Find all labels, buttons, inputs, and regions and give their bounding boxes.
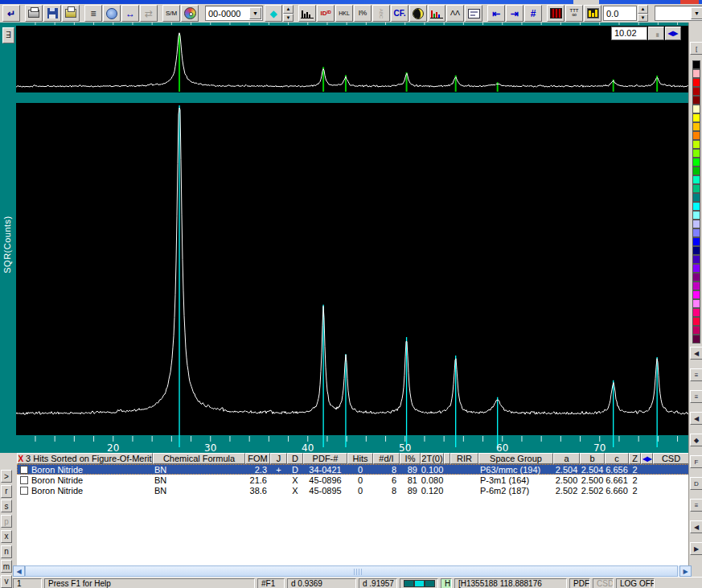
- palette-color-swatch[interactable]: [692, 273, 700, 282]
- palette-color-swatch[interactable]: [692, 167, 700, 175]
- grid-hash-button[interactable]: #: [524, 5, 542, 22]
- pan-range-button[interactable]: ◀▶: [665, 27, 681, 40]
- column-header-z[interactable]: Z: [629, 453, 641, 464]
- left-button-m[interactable]: m: [1, 560, 12, 573]
- palette-color-swatch[interactable]: [692, 335, 700, 343]
- peaks-button[interactable]: [298, 5, 316, 22]
- table-row[interactable]: Boron NitrideBN2.3+D34-042108890.100P63/…: [17, 464, 689, 475]
- palette-color-swatch[interactable]: [692, 211, 700, 220]
- row-checkbox[interactable]: [20, 476, 28, 484]
- strip-button-9[interactable]: ▶: [690, 542, 702, 555]
- palette-color-swatch[interactable]: [692, 290, 700, 299]
- column-header-sp[interactable]: [444, 453, 450, 464]
- overview-spectrum[interactable]: [16, 23, 688, 93]
- spin-down-icon[interactable]: ▼: [638, 14, 648, 23]
- palette-color-swatch[interactable]: [692, 140, 700, 149]
- palette-color-swatch[interactable]: [692, 308, 700, 317]
- column-header-name[interactable]: X3 Hits Sorted on Figure-Of-Merit: [17, 453, 153, 464]
- spin-up-icon[interactable]: ▲: [638, 5, 648, 14]
- table-row[interactable]: Boron NitrideBN38.6X45-089508890.120P-6m…: [17, 485, 689, 495]
- palette-color-swatch[interactable]: [692, 105, 700, 113]
- left-button->[interactable]: >: [1, 470, 12, 483]
- color-peaks-button[interactable]: [428, 5, 445, 22]
- palette-color-swatch[interactable]: [692, 158, 700, 167]
- left-button-x[interactable]: x: [1, 530, 12, 543]
- palette-color-swatch[interactable]: [692, 184, 700, 193]
- yellow-bars-button[interactable]: [584, 5, 601, 22]
- start-angle-input[interactable]: 10.02: [611, 27, 647, 40]
- palette-color-swatch[interactable]: [692, 264, 700, 273]
- column-header-j[interactable]: J: [270, 453, 287, 464]
- column-header-a[interactable]: a: [553, 453, 580, 464]
- column-header-b[interactable]: b: [580, 453, 605, 464]
- palette-color-swatch[interactable]: [692, 299, 700, 308]
- palette-color-swatch[interactable]: [692, 255, 700, 264]
- export-button[interactable]: [62, 5, 80, 22]
- palette-color-swatch[interactable]: [692, 149, 700, 158]
- column-header-nav[interactable]: ◀▶: [641, 453, 653, 464]
- strip-button-5[interactable]: F: [690, 455, 702, 468]
- restore-zoom-button[interactable]: ▗: [648, 27, 664, 40]
- disc-colors-button[interactable]: [181, 5, 199, 22]
- column-header-pdf[interactable]: PDF-#: [303, 453, 347, 464]
- palette-color-swatch[interactable]: [692, 202, 700, 211]
- ttt-infinity-button[interactable]: ΤΤΤ∞: [565, 5, 583, 22]
- exit-back-button[interactable]: ↵: [2, 5, 20, 22]
- palette-color-swatch[interactable]: [692, 175, 700, 184]
- pan-left-button[interactable]: ⇤: [487, 5, 505, 22]
- column-header-ipct[interactable]: I%: [400, 453, 421, 464]
- table-row[interactable]: Boron NitrideBN21.6X45-089606810.080P-3m…: [17, 475, 689, 485]
- profile-curves-button[interactable]: ΛΛ: [446, 5, 464, 22]
- palette-color-swatch[interactable]: [692, 326, 700, 335]
- i-percent-button[interactable]: I%: [354, 5, 372, 22]
- left-button-v[interactable]: v: [1, 575, 12, 588]
- print-button[interactable]: [25, 5, 43, 22]
- file-combo[interactable]: ▼: [655, 6, 702, 21]
- palette-color-swatch[interactable]: [692, 282, 700, 290]
- pdf-spinner[interactable]: ▲▼: [283, 5, 294, 22]
- row-checkbox[interactable]: [20, 466, 28, 474]
- left-button-s[interactable]: s: [1, 500, 12, 512]
- cf-button[interactable]: CF.: [391, 5, 408, 22]
- column-header-dl[interactable]: #d/I: [373, 453, 400, 464]
- pdf-number-combo[interactable]: 00-0000▼: [205, 6, 263, 21]
- diamond-button[interactable]: ◆: [265, 5, 282, 22]
- column-header-fom[interactable]: FOM: [245, 453, 270, 464]
- abc-button[interactable]: ABC: [372, 5, 390, 22]
- left-button-r[interactable]: r: [1, 485, 12, 498]
- palette-color-swatch[interactable]: [692, 69, 700, 78]
- palette-color-swatch[interactable]: [692, 60, 700, 69]
- pan-right-button[interactable]: ⇥: [506, 5, 523, 22]
- palette-color-swatch[interactable]: [692, 237, 700, 246]
- column-header-csd[interactable]: CSD: [653, 453, 689, 464]
- column-header-c[interactable]: c: [605, 453, 629, 464]
- moon-contrast-button[interactable]: [409, 5, 427, 22]
- column-header-sg[interactable]: Space Group: [478, 453, 553, 464]
- column-header-formula[interactable]: Chemical Formula: [153, 453, 245, 464]
- list-view-button[interactable]: ≡: [84, 5, 102, 22]
- palette-color-swatch[interactable]: [692, 317, 700, 326]
- red-stripes-button[interactable]: [547, 5, 564, 22]
- palette-color-swatch[interactable]: [692, 96, 700, 105]
- scroll-left-arrow[interactable]: ◀: [13, 565, 25, 577]
- palette-color-swatch[interactable]: [692, 246, 700, 255]
- save-button[interactable]: [43, 5, 61, 22]
- strip-button-0[interactable]: ◀: [690, 347, 702, 360]
- offset-edit[interactable]: 0.0: [603, 6, 637, 21]
- strip-button-4[interactable]: ◆: [690, 434, 702, 446]
- scroll-right-arrow[interactable]: ▶: [679, 565, 692, 577]
- horizontal-scrollbar[interactable]: ◀ ▶: [13, 565, 692, 577]
- web-globe-button[interactable]: [103, 5, 121, 22]
- strip-button-7[interactable]: ≡: [690, 499, 702, 512]
- column-header-t2[interactable]: 2T(0): [421, 453, 444, 464]
- row-checkbox[interactable]: [20, 487, 28, 495]
- strip-top-button[interactable]: [: [690, 42, 702, 55]
- strip-button-6[interactable]: D: [690, 477, 702, 490]
- chevron-down-icon[interactable]: ▼: [249, 7, 261, 19]
- id-id-button[interactable]: IDᴵᴰ: [317, 5, 335, 22]
- spin-down-icon[interactable]: ▼: [283, 14, 294, 23]
- offset-spinner[interactable]: ▲▼: [638, 5, 648, 22]
- palette-color-swatch[interactable]: [692, 122, 700, 131]
- report-window-button[interactable]: [465, 5, 482, 22]
- palette-color-swatch[interactable]: [692, 113, 700, 122]
